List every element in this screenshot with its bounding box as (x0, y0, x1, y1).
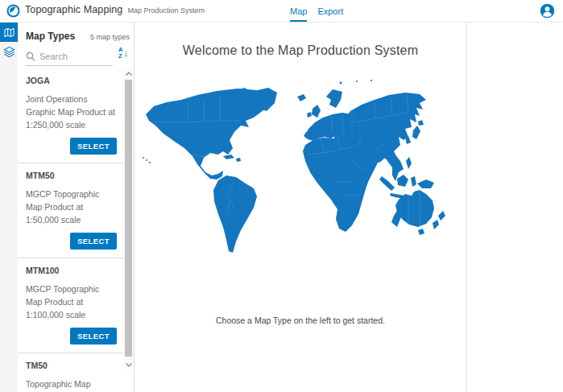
map-type-name: TM50 (26, 361, 117, 370)
map-type-description: Topographic Map Product at 1:50,000 scal… (26, 378, 117, 392)
sort-arrow-icon: ↓ (124, 49, 129, 58)
layers-icon (3, 46, 15, 58)
user-avatar-button[interactable] (540, 3, 555, 19)
search-box (26, 48, 113, 66)
scroll-down-arrow[interactable] (123, 360, 134, 369)
map-type-description: MGCP Topographic Map Product at 1:100,00… (26, 283, 117, 321)
map-type-list: JOGA Joint Operations Graphic Map Produc… (18, 68, 123, 392)
right-empty-area (467, 23, 563, 392)
scrollbar-thumb[interactable] (125, 80, 132, 357)
map-type-name: MTM100 (26, 266, 117, 275)
scroll-up-arrow[interactable] (123, 68, 134, 78)
map-type-description: MGCP Topographic Map Product at 1:50,000… (26, 188, 117, 226)
app-title: Topographic Mapping (25, 4, 122, 15)
panel-title: Map Types (26, 31, 75, 42)
app-subtitle: Map Production System (127, 6, 205, 14)
world-map-image (139, 64, 462, 306)
content-area: Map Types 5 map types A Z ↓ JOGA (0, 23, 563, 392)
welcome-panel: Welcome to the Map Production System (135, 23, 467, 392)
left-icon-strip (0, 23, 18, 392)
panel-header: Map Types 5 map types (18, 23, 134, 45)
brand: Topographic Mapping Map Production Syste… (0, 4, 205, 18)
app-window: Topographic Mapping Map Production Syste… (0, 0, 563, 392)
sort-az-button[interactable]: A Z ↓ (118, 47, 128, 60)
layers-panel-button[interactable] (0, 42, 18, 61)
map-type-name: MTM50 (26, 171, 117, 180)
top-nav: Map Export (290, 0, 343, 22)
app-header: Topographic Mapping Map Production Syste… (0, 0, 563, 23)
search-icon (26, 52, 35, 61)
world-map (139, 64, 462, 306)
list-item-joga: JOGA Joint Operations Graphic Map Produc… (18, 68, 123, 163)
list-item-tm50: TM50 Topographic Map Product at 1:50,000… (18, 353, 123, 392)
nav-tab-map[interactable]: Map (290, 0, 307, 22)
map-type-count: 5 map types (90, 33, 130, 41)
list-item-mtm100: MTM100 MGCP Topographic Map Product at 1… (18, 258, 123, 353)
select-button-mtm50[interactable]: SELECT (70, 233, 117, 250)
globe-logo-icon (6, 4, 20, 18)
list-item-mtm50: MTM50 MGCP Topographic Map Product at 1:… (18, 163, 123, 258)
map-types-panel-button[interactable] (0, 23, 18, 42)
select-button-mtm100[interactable]: SELECT (70, 328, 117, 345)
nav-tab-export[interactable]: Export (317, 0, 343, 22)
map-panel-icon (4, 27, 14, 38)
map-type-description: Joint Operations Graphic Map Product at … (26, 93, 117, 131)
welcome-title: Welcome to the Map Production System (135, 43, 466, 58)
map-type-name: JOGA (26, 76, 117, 85)
select-button-joga[interactable]: SELECT (70, 138, 117, 155)
search-input[interactable] (39, 52, 107, 61)
map-types-panel: Map Types 5 map types A Z ↓ JOGA (18, 23, 135, 392)
sidebar-scrollbar[interactable] (123, 68, 134, 369)
instruction-text: Choose a Map Type on the left to get sta… (135, 316, 466, 325)
